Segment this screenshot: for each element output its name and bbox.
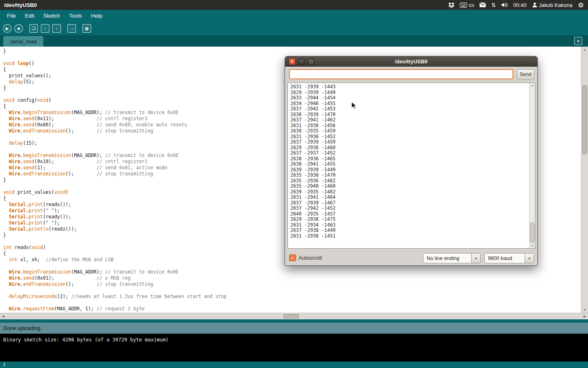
stop-button[interactable]: ■ xyxy=(14,24,23,33)
tab-bar: serial_read ▾ xyxy=(0,35,588,47)
editor-hscroll-thumb[interactable] xyxy=(283,314,299,319)
mouse-cursor xyxy=(351,101,358,110)
line-ending-value: No line ending xyxy=(423,254,471,263)
status-message: Done uploading. xyxy=(3,325,42,331)
baud-rate-value: 9600 baud xyxy=(485,254,525,263)
send-button[interactable]: Send xyxy=(517,69,534,79)
clock-indicator[interactable]: 00:40 xyxy=(513,2,527,8)
open-sketch-button[interactable]: ↑ xyxy=(41,24,49,33)
baud-rate-dropdown[interactable]: 9600 baud ▾ xyxy=(484,253,534,263)
console-output: Binary sketch size: 4208 bytes (of a 307… xyxy=(3,337,169,343)
menu-bar: File Edit Sketch Tools Help xyxy=(0,10,588,21)
volume-indicator[interactable] xyxy=(501,2,508,8)
serial-monitor-titlebar[interactable]: /dev/ttyUSB0 × − ▢ xyxy=(285,56,537,67)
build-console: Binary sketch size: 4208 bytes (of a 307… xyxy=(0,334,588,361)
user-menu[interactable]: Jakub Kakona xyxy=(532,2,572,8)
serial-output-area: 2631 -2939 -1443 2629 -2939 -1449 2633 -… xyxy=(287,83,535,249)
serial-monitor-button[interactable]: ▦ xyxy=(82,24,91,33)
toolbar: ▶ ■ ❏ ↑ ↓ → ▦ xyxy=(0,21,588,35)
verify-button[interactable]: ▶ xyxy=(3,24,11,33)
serial-scroll-down-arrow[interactable]: ▼ xyxy=(530,243,535,248)
status-bar: Done uploading. xyxy=(0,323,588,334)
new-sketch-button[interactable]: ❏ xyxy=(29,24,38,33)
keyboard-layout-label: cs xyxy=(469,2,474,8)
chevron-down-icon[interactable]: ▾ xyxy=(525,254,534,263)
serial-scrollbar[interactable]: ▲ ▼ xyxy=(529,83,535,248)
menu-file[interactable]: File xyxy=(2,11,20,20)
mail-icon xyxy=(479,2,486,7)
serial-scroll-up-arrow[interactable]: ▲ xyxy=(530,83,535,88)
scroll-right-arrow[interactable]: ▶ xyxy=(581,313,588,319)
menu-edit[interactable]: Edit xyxy=(20,11,39,20)
upload-button[interactable]: → xyxy=(67,24,76,33)
maximize-button[interactable]: ▢ xyxy=(307,58,314,65)
menu-tools[interactable]: Tools xyxy=(65,11,87,20)
current-line-number: 1 xyxy=(3,362,6,367)
window-title: /dev/ttyUSB0 xyxy=(4,2,37,8)
close-button[interactable]: × xyxy=(289,58,296,65)
line-ending-dropdown[interactable]: No line ending ▾ xyxy=(423,253,481,263)
editor-vertical-scrollbar[interactable]: ▲ ▼ xyxy=(581,47,588,313)
serial-send-input[interactable] xyxy=(289,69,513,79)
scroll-down-arrow[interactable]: ▼ xyxy=(581,307,588,313)
menu-sketch[interactable]: Sketch xyxy=(39,11,65,20)
tab-serial-read[interactable]: serial_read xyxy=(3,36,43,47)
scroll-up-arrow[interactable]: ▲ xyxy=(581,47,588,53)
scroll-left-arrow[interactable]: ◀ xyxy=(0,313,7,319)
user-icon xyxy=(532,2,537,8)
keyboard-icon xyxy=(460,2,467,8)
serial-scroll-thumb[interactable] xyxy=(530,222,535,243)
network-transfer-icon[interactable]: ⇅ xyxy=(491,2,496,8)
editor-horizontal-scrollbar[interactable]: ◀ ▶ xyxy=(0,313,588,319)
autoscroll-label: Autoscroll xyxy=(298,255,322,261)
volume-icon xyxy=(501,2,508,8)
minimize-button[interactable]: − xyxy=(298,58,305,65)
serial-monitor-window: /dev/ttyUSB0 × − ▢ Send 2631 -2939 -1443… xyxy=(285,56,538,266)
mail-indicator[interactable] xyxy=(479,2,486,7)
tab-menu-button[interactable]: ▾ xyxy=(574,37,582,45)
serial-output-text: 2631 -2939 -1443 2629 -2939 -1449 2633 -… xyxy=(288,83,535,240)
gear-icon xyxy=(578,2,584,8)
dropbox-icon[interactable] xyxy=(448,2,454,8)
user-name-label: Jakub Kakona xyxy=(539,2,572,8)
serial-monitor-title: /dev/ttyUSB0 xyxy=(285,58,537,65)
autoscroll-checkbox[interactable]: ✓ xyxy=(289,254,296,261)
system-top-panel: /dev/ttyUSB0 cs ⇅ 00:40 Jakub Kakona xyxy=(0,0,588,10)
session-gear-menu[interactable] xyxy=(578,2,584,8)
menu-help[interactable]: Help xyxy=(87,11,107,20)
save-sketch-button[interactable]: ↓ xyxy=(52,24,61,33)
line-number-bar: 1 xyxy=(0,361,588,368)
arduino-ide-window: /dev/ttyUSB0 cs ⇅ 00:40 Jakub Kakona xyxy=(0,0,588,368)
editor-vscroll-thumb[interactable] xyxy=(582,85,587,154)
chevron-down-icon[interactable]: ▾ xyxy=(471,254,480,263)
serial-monitor-controls: ✓ Autoscroll No line ending ▾ 9600 baud … xyxy=(285,252,537,264)
keyboard-layout-indicator[interactable]: cs xyxy=(460,2,474,8)
